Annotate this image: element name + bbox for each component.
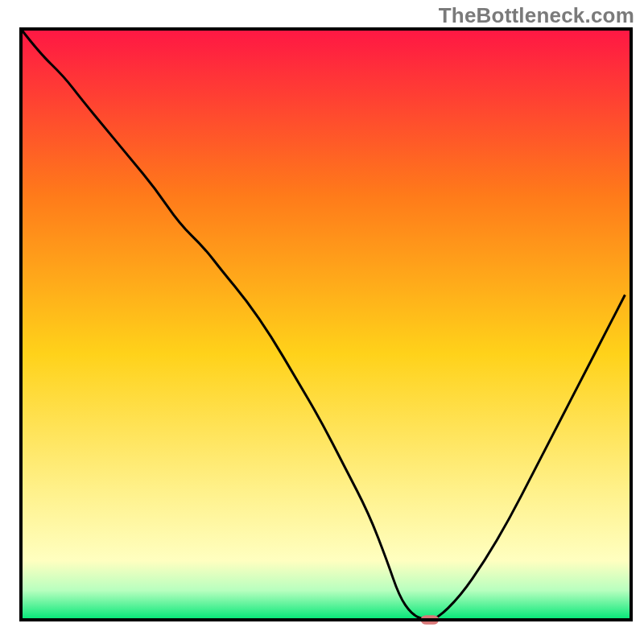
watermark-label: TheBottleneck.com — [439, 3, 634, 28]
chart-container: TheBottleneck.com — [0, 0, 644, 644]
plot-area — [21, 29, 631, 625]
heatmap-background — [21, 29, 631, 620]
bottleneck-chart — [0, 0, 644, 644]
